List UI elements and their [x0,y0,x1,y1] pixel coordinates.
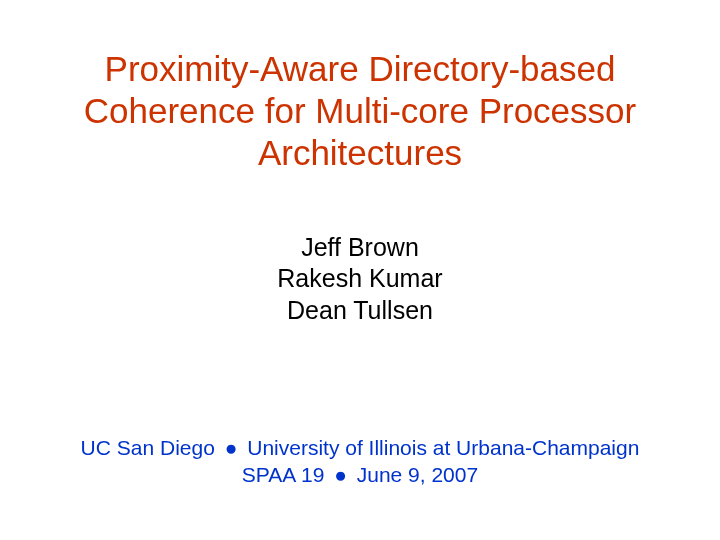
author-1: Jeff Brown [277,232,442,263]
venue-line: SPAA 19 ● June 9, 2007 [81,461,640,488]
institution-1: UC San Diego [81,436,215,459]
authors-block: Jeff Brown Rakesh Kumar Dean Tullsen [277,232,442,326]
author-3: Dean Tullsen [277,295,442,326]
author-2: Rakesh Kumar [277,263,442,294]
affiliation-block: UC San Diego ● University of Illinois at… [81,434,640,489]
bullet-separator: ● [225,434,238,461]
venue: SPAA 19 [242,463,325,486]
bullet-separator-2: ● [334,461,347,488]
institutions-line: UC San Diego ● University of Illinois at… [81,434,640,461]
slide-title: Proximity-Aware Directory-based Coherenc… [0,48,720,174]
date: June 9, 2007 [357,463,478,486]
institution-2: University of Illinois at Urbana-Champai… [247,436,639,459]
